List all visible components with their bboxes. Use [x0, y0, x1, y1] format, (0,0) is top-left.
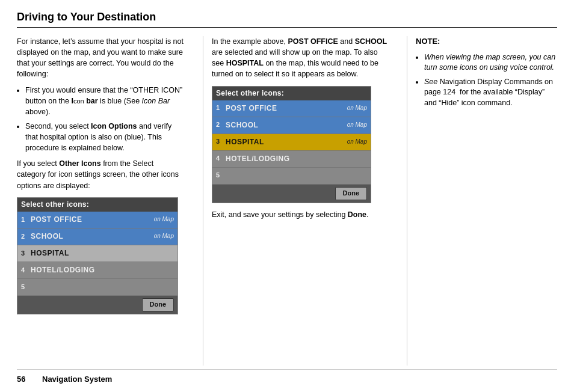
mid-row-badge-2: on Map: [347, 121, 371, 130]
middle-screen-row-5: 5: [212, 168, 371, 185]
middle-screen-mockup: Select other icons: 1 POST OFFICE on Map…: [212, 86, 371, 203]
mid-row-badge-1: on Map: [347, 104, 371, 113]
row-label-4: HOTEL/LODGING: [28, 265, 174, 275]
middle-screen-footer: Done: [212, 185, 371, 203]
mid-row-num-3: 3: [212, 137, 223, 147]
page-title: Driving to Your Destination: [17, 11, 557, 28]
middle-screen-row-4: 4 HOTEL/LODGING: [212, 151, 371, 168]
note-bullet-1: When viewing the map screen, you can tur…: [424, 52, 557, 73]
left-screen-row-4: 4 HOTEL/LODGING: [17, 262, 177, 279]
left-screen-mockup: Select other icons: 1 POST OFFICE on Map…: [17, 197, 178, 314]
footer-nav-system: Navigation System: [42, 375, 112, 384]
row-label-1: POST OFFICE: [28, 215, 154, 225]
note-label: NOTE:: [416, 36, 557, 47]
left-screen-title: Select other icons:: [17, 198, 177, 212]
left-other-icons-intro: If you select Other Icons from the Selec…: [17, 158, 184, 191]
left-screen-row-5: 5: [17, 279, 177, 296]
left-screen-footer: Done: [17, 296, 177, 314]
left-bullet-list: First you would ensure that the “OTHER I…: [25, 85, 184, 154]
note-bullet-list: When viewing the map screen, you can tur…: [424, 52, 557, 109]
col-divider-1: [203, 36, 203, 366]
middle-exit-text: Exit, and save your settings by selectin…: [212, 209, 387, 220]
mid-row-badge-3: on Map: [347, 138, 371, 147]
col-left: For instance, let’s assume that your hos…: [17, 36, 194, 366]
mid-row-num-4: 4: [212, 154, 223, 164]
col-middle: In the example above, POST OFFICE and SC…: [212, 36, 398, 366]
mid-row-label-1: POST OFFICE: [223, 103, 347, 114]
col-right: NOTE: When viewing the map screen, you c…: [416, 36, 557, 366]
mid-row-num-1: 1: [212, 103, 223, 113]
footer-page-number: 56: [17, 375, 34, 384]
mid-row-num-2: 2: [212, 120, 223, 130]
left-intro: For instance, let’s assume that your hos…: [17, 36, 184, 80]
row-num-5: 5: [17, 283, 28, 292]
middle-done-button[interactable]: Done: [335, 187, 368, 200]
row-label-2: SCHOOL: [28, 231, 154, 242]
middle-intro: In the example above, POST OFFICE and SC…: [212, 36, 387, 80]
row-num-3: 3: [17, 249, 28, 259]
row-num-1: 1: [17, 215, 28, 225]
note-bullet-2: See Navigation Display Commands on page …: [424, 77, 557, 109]
row-badge-2: on Map: [154, 232, 177, 241]
content-area: For instance, let’s assume that your hos…: [17, 36, 557, 366]
middle-screen-title: Select other icons:: [212, 87, 371, 100]
mid-row-label-2: SCHOOL: [223, 120, 347, 130]
col-divider-2: [407, 36, 407, 366]
middle-screen-row-1: 1 POST OFFICE on Map: [212, 100, 371, 117]
page-container: Driving to Your Destination For instance…: [0, 0, 574, 392]
left-bullet-1: First you would ensure that the “OTHER I…: [25, 85, 184, 117]
row-num-2: 2: [17, 232, 28, 242]
middle-screen-row-2: 2 SCHOOL on Map: [212, 117, 371, 134]
row-num-4: 4: [17, 266, 28, 275]
left-screen-row-1: 1 POST OFFICE on Map: [17, 212, 177, 228]
left-screen-row-3: 3 HOSPITAL: [17, 245, 177, 262]
row-label-3: HOSPITAL: [28, 248, 174, 259]
left-bullet-2: Second, you select Icon Options and veri…: [25, 121, 184, 153]
left-done-button[interactable]: Done: [142, 298, 174, 311]
footer-bar: 56 Navigation System: [17, 369, 557, 384]
row-badge-1: on Map: [154, 215, 177, 224]
mid-row-num-5: 5: [212, 171, 223, 180]
left-screen-row-2: 2 SCHOOL on Map: [17, 228, 177, 245]
mid-row-label-4: HOTEL/LODGING: [223, 154, 367, 164]
mid-row-label-3: HOSPITAL: [223, 137, 347, 147]
middle-screen-row-3: 3 HOSPITAL on Map: [212, 134, 371, 151]
